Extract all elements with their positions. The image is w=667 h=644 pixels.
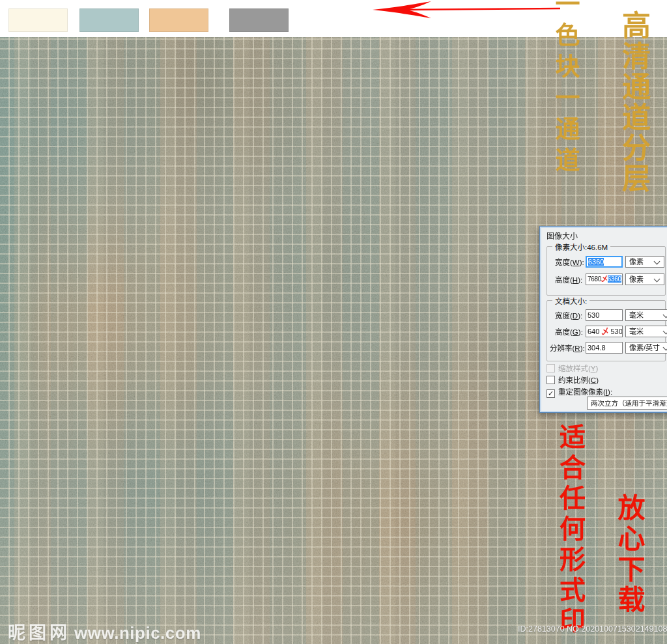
color-swatch-gray — [229, 8, 289, 32]
scale-styles-checkbox — [546, 364, 555, 372]
resolution-input[interactable]: 304.8 — [586, 342, 623, 354]
chevron-down-icon — [654, 259, 660, 265]
image-id-text: ID:27813070 NO:20201007153021491085 — [518, 624, 667, 634]
document-size-legend: 文档大小: — [552, 296, 589, 306]
chevron-down-icon — [663, 328, 667, 335]
pixel-width-label: 宽度(W): — [555, 256, 584, 269]
resolution-label: 分辨率(R): — [550, 342, 585, 355]
doc-width-input[interactable]: 530 — [586, 309, 623, 321]
color-swatch-blue-gray — [79, 8, 139, 32]
constrain-proportions-option[interactable]: 约束比例(C) — [546, 376, 599, 385]
resample-method-dropdown[interactable]: 两次立方（适用于平滑渐变 — [587, 397, 667, 410]
pixel-height-input[interactable]: 7680乄6360 — [586, 273, 623, 285]
red-arrow-icon — [365, 0, 567, 22]
pixel-size-legend: 像素大小:46.6M — [552, 242, 610, 252]
resolution-row: 分辨率(R): 304.8 像素/英寸 — [547, 342, 665, 355]
pixel-height-label: 高度(H): — [555, 273, 582, 287]
resolution-unit-dropdown[interactable]: 像素/英寸 — [625, 342, 667, 354]
chevron-down-icon — [663, 312, 667, 318]
image-size-dialog: 图像大小 像素大小:46.6M 宽度(W): 6360 像素 高度(H): 76… — [539, 226, 667, 413]
constrain-proportions-checkbox[interactable] — [546, 376, 555, 384]
doc-width-row: 宽度(D): 530 毫米 — [547, 309, 665, 322]
chevron-down-icon — [654, 276, 660, 283]
document-size-group: 文档大小: 宽度(D): 530 毫米 高度(G): 640 乄 530 毫米 … — [546, 300, 666, 361]
color-swatch-tan — [149, 8, 208, 32]
doc-height-input[interactable]: 640 乄 530 — [586, 326, 623, 337]
pixel-width-unit-dropdown[interactable]: 像素 — [625, 256, 664, 268]
pixel-height-unit-dropdown[interactable]: 像素 — [625, 273, 664, 285]
chevron-down-icon — [663, 344, 667, 351]
gold-caption-hd-channel-layers: 高清通道分层 — [619, 10, 648, 194]
red-caption-download-with-confidence: 放心下载 — [615, 494, 642, 616]
watermark: 昵图网www.nipic.com — [8, 619, 201, 644]
resample-image-checkbox[interactable]: ✓ — [546, 389, 555, 398]
gold-caption-one-block-one-channel: 一色块一通道 — [553, 0, 578, 178]
doc-width-unit-dropdown[interactable]: 毫米 — [625, 309, 667, 321]
doc-width-label: 宽度(D): — [555, 309, 582, 322]
doc-height-row: 高度(G): 640 乄 530 毫米 — [547, 326, 665, 339]
doc-height-label: 高度(G): — [555, 326, 583, 339]
pixel-width-row: 宽度(W): 6360 像素 — [547, 256, 665, 269]
red-caption-fits-any-print-form: 适合任何形式印 — [558, 423, 584, 637]
dialog-title[interactable]: 图像大小 — [546, 230, 578, 241]
watermark-site-url: www.nipic.com — [74, 623, 201, 643]
pixel-width-input[interactable]: 6360 — [586, 256, 623, 268]
red-cross-mark: 乄 — [601, 328, 608, 335]
red-cross-mark: 乄 — [601, 275, 608, 283]
pixel-height-row: 高度(H): 7680乄6360 像素 — [547, 273, 665, 287]
color-swatch-cream — [8, 8, 68, 32]
doc-height-unit-dropdown[interactable]: 毫米 — [625, 326, 667, 337]
resample-image-option[interactable]: ✓重定图像像素(I): — [546, 387, 612, 397]
watermark-site-name: 昵图网 — [8, 623, 70, 643]
scale-styles-option: 缩放样式(Y) — [546, 364, 598, 373]
pixel-size-group: 像素大小:46.6M 宽度(W): 6360 像素 高度(H): 7680乄63… — [546, 246, 666, 296]
screenshot-canvas: 一色块一通道 高清通道分层 适合任何形式印 放心下载 图像大小 像素大小:46.… — [0, 0, 667, 644]
